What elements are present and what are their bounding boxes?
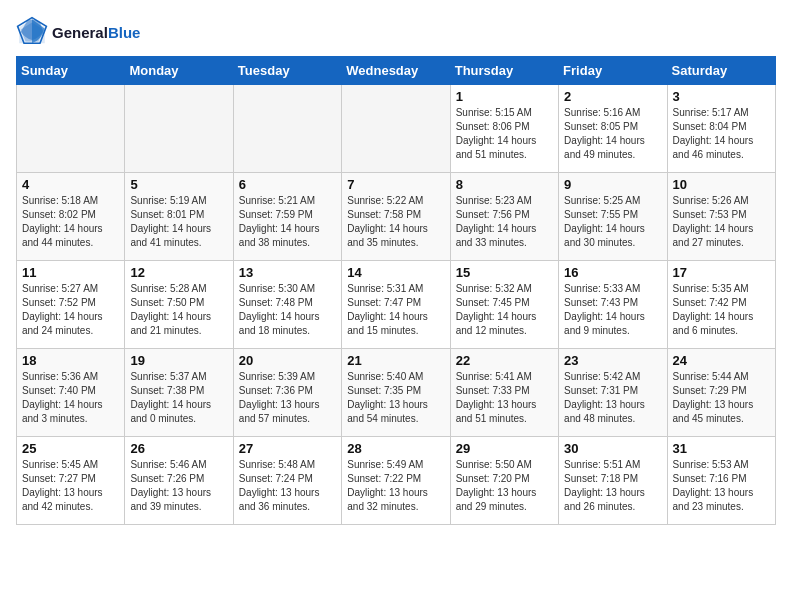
header-friday: Friday bbox=[559, 57, 667, 85]
day-info: Sunrise: 5:30 AM Sunset: 7:48 PM Dayligh… bbox=[239, 282, 336, 338]
day-number: 15 bbox=[456, 265, 553, 280]
day-info: Sunrise: 5:42 AM Sunset: 7:31 PM Dayligh… bbox=[564, 370, 661, 426]
day-number: 24 bbox=[673, 353, 770, 368]
header-saturday: Saturday bbox=[667, 57, 775, 85]
day-number: 3 bbox=[673, 89, 770, 104]
day-number: 29 bbox=[456, 441, 553, 456]
day-info: Sunrise: 5:49 AM Sunset: 7:22 PM Dayligh… bbox=[347, 458, 444, 514]
calendar-cell: 9Sunrise: 5:25 AM Sunset: 7:55 PM Daylig… bbox=[559, 173, 667, 261]
day-number: 13 bbox=[239, 265, 336, 280]
calendar-cell: 24Sunrise: 5:44 AM Sunset: 7:29 PM Dayli… bbox=[667, 349, 775, 437]
day-number: 19 bbox=[130, 353, 227, 368]
calendar-cell: 26Sunrise: 5:46 AM Sunset: 7:26 PM Dayli… bbox=[125, 437, 233, 525]
day-info: Sunrise: 5:27 AM Sunset: 7:52 PM Dayligh… bbox=[22, 282, 119, 338]
calendar-cell: 25Sunrise: 5:45 AM Sunset: 7:27 PM Dayli… bbox=[17, 437, 125, 525]
calendar-cell bbox=[233, 85, 341, 173]
page-header: GeneralBlue bbox=[16, 16, 776, 48]
calendar-cell: 14Sunrise: 5:31 AM Sunset: 7:47 PM Dayli… bbox=[342, 261, 450, 349]
calendar-cell: 28Sunrise: 5:49 AM Sunset: 7:22 PM Dayli… bbox=[342, 437, 450, 525]
day-number: 4 bbox=[22, 177, 119, 192]
day-number: 20 bbox=[239, 353, 336, 368]
calendar-cell: 17Sunrise: 5:35 AM Sunset: 7:42 PM Dayli… bbox=[667, 261, 775, 349]
day-number: 31 bbox=[673, 441, 770, 456]
day-number: 21 bbox=[347, 353, 444, 368]
day-info: Sunrise: 5:28 AM Sunset: 7:50 PM Dayligh… bbox=[130, 282, 227, 338]
calendar-cell: 7Sunrise: 5:22 AM Sunset: 7:58 PM Daylig… bbox=[342, 173, 450, 261]
calendar-cell: 4Sunrise: 5:18 AM Sunset: 8:02 PM Daylig… bbox=[17, 173, 125, 261]
calendar-week-row: 1Sunrise: 5:15 AM Sunset: 8:06 PM Daylig… bbox=[17, 85, 776, 173]
day-info: Sunrise: 5:44 AM Sunset: 7:29 PM Dayligh… bbox=[673, 370, 770, 426]
calendar-cell: 6Sunrise: 5:21 AM Sunset: 7:59 PM Daylig… bbox=[233, 173, 341, 261]
calendar-table: SundayMondayTuesdayWednesdayThursdayFrid… bbox=[16, 56, 776, 525]
calendar-cell: 20Sunrise: 5:39 AM Sunset: 7:36 PM Dayli… bbox=[233, 349, 341, 437]
calendar-cell bbox=[342, 85, 450, 173]
day-info: Sunrise: 5:39 AM Sunset: 7:36 PM Dayligh… bbox=[239, 370, 336, 426]
day-number: 2 bbox=[564, 89, 661, 104]
logo-text: GeneralBlue bbox=[52, 24, 140, 41]
day-info: Sunrise: 5:25 AM Sunset: 7:55 PM Dayligh… bbox=[564, 194, 661, 250]
logo-icon bbox=[16, 16, 48, 48]
calendar-cell: 19Sunrise: 5:37 AM Sunset: 7:38 PM Dayli… bbox=[125, 349, 233, 437]
day-number: 17 bbox=[673, 265, 770, 280]
calendar-cell: 15Sunrise: 5:32 AM Sunset: 7:45 PM Dayli… bbox=[450, 261, 558, 349]
calendar-cell: 27Sunrise: 5:48 AM Sunset: 7:24 PM Dayli… bbox=[233, 437, 341, 525]
day-info: Sunrise: 5:36 AM Sunset: 7:40 PM Dayligh… bbox=[22, 370, 119, 426]
calendar-cell: 21Sunrise: 5:40 AM Sunset: 7:35 PM Dayli… bbox=[342, 349, 450, 437]
day-number: 1 bbox=[456, 89, 553, 104]
calendar-cell: 31Sunrise: 5:53 AM Sunset: 7:16 PM Dayli… bbox=[667, 437, 775, 525]
calendar-week-row: 11Sunrise: 5:27 AM Sunset: 7:52 PM Dayli… bbox=[17, 261, 776, 349]
day-info: Sunrise: 5:33 AM Sunset: 7:43 PM Dayligh… bbox=[564, 282, 661, 338]
day-info: Sunrise: 5:18 AM Sunset: 8:02 PM Dayligh… bbox=[22, 194, 119, 250]
logo: GeneralBlue bbox=[16, 16, 140, 48]
day-info: Sunrise: 5:31 AM Sunset: 7:47 PM Dayligh… bbox=[347, 282, 444, 338]
calendar-cell: 10Sunrise: 5:26 AM Sunset: 7:53 PM Dayli… bbox=[667, 173, 775, 261]
day-info: Sunrise: 5:50 AM Sunset: 7:20 PM Dayligh… bbox=[456, 458, 553, 514]
day-number: 22 bbox=[456, 353, 553, 368]
day-info: Sunrise: 5:26 AM Sunset: 7:53 PM Dayligh… bbox=[673, 194, 770, 250]
header-monday: Monday bbox=[125, 57, 233, 85]
calendar-cell bbox=[17, 85, 125, 173]
calendar-cell: 5Sunrise: 5:19 AM Sunset: 8:01 PM Daylig… bbox=[125, 173, 233, 261]
day-number: 28 bbox=[347, 441, 444, 456]
day-info: Sunrise: 5:35 AM Sunset: 7:42 PM Dayligh… bbox=[673, 282, 770, 338]
calendar-cell: 13Sunrise: 5:30 AM Sunset: 7:48 PM Dayli… bbox=[233, 261, 341, 349]
calendar-cell: 12Sunrise: 5:28 AM Sunset: 7:50 PM Dayli… bbox=[125, 261, 233, 349]
calendar-week-row: 18Sunrise: 5:36 AM Sunset: 7:40 PM Dayli… bbox=[17, 349, 776, 437]
day-number: 25 bbox=[22, 441, 119, 456]
calendar-cell: 11Sunrise: 5:27 AM Sunset: 7:52 PM Dayli… bbox=[17, 261, 125, 349]
day-info: Sunrise: 5:15 AM Sunset: 8:06 PM Dayligh… bbox=[456, 106, 553, 162]
calendar-cell: 18Sunrise: 5:36 AM Sunset: 7:40 PM Dayli… bbox=[17, 349, 125, 437]
header-wednesday: Wednesday bbox=[342, 57, 450, 85]
day-info: Sunrise: 5:37 AM Sunset: 7:38 PM Dayligh… bbox=[130, 370, 227, 426]
calendar-cell: 29Sunrise: 5:50 AM Sunset: 7:20 PM Dayli… bbox=[450, 437, 558, 525]
calendar-cell: 23Sunrise: 5:42 AM Sunset: 7:31 PM Dayli… bbox=[559, 349, 667, 437]
day-info: Sunrise: 5:19 AM Sunset: 8:01 PM Dayligh… bbox=[130, 194, 227, 250]
header-thursday: Thursday bbox=[450, 57, 558, 85]
day-info: Sunrise: 5:51 AM Sunset: 7:18 PM Dayligh… bbox=[564, 458, 661, 514]
day-number: 6 bbox=[239, 177, 336, 192]
header-tuesday: Tuesday bbox=[233, 57, 341, 85]
day-number: 10 bbox=[673, 177, 770, 192]
calendar-cell: 22Sunrise: 5:41 AM Sunset: 7:33 PM Dayli… bbox=[450, 349, 558, 437]
day-info: Sunrise: 5:46 AM Sunset: 7:26 PM Dayligh… bbox=[130, 458, 227, 514]
day-number: 7 bbox=[347, 177, 444, 192]
calendar-cell: 30Sunrise: 5:51 AM Sunset: 7:18 PM Dayli… bbox=[559, 437, 667, 525]
calendar-week-row: 4Sunrise: 5:18 AM Sunset: 8:02 PM Daylig… bbox=[17, 173, 776, 261]
calendar-cell: 8Sunrise: 5:23 AM Sunset: 7:56 PM Daylig… bbox=[450, 173, 558, 261]
day-info: Sunrise: 5:40 AM Sunset: 7:35 PM Dayligh… bbox=[347, 370, 444, 426]
calendar-week-row: 25Sunrise: 5:45 AM Sunset: 7:27 PM Dayli… bbox=[17, 437, 776, 525]
day-info: Sunrise: 5:23 AM Sunset: 7:56 PM Dayligh… bbox=[456, 194, 553, 250]
day-info: Sunrise: 5:45 AM Sunset: 7:27 PM Dayligh… bbox=[22, 458, 119, 514]
day-info: Sunrise: 5:16 AM Sunset: 8:05 PM Dayligh… bbox=[564, 106, 661, 162]
day-info: Sunrise: 5:53 AM Sunset: 7:16 PM Dayligh… bbox=[673, 458, 770, 514]
day-number: 16 bbox=[564, 265, 661, 280]
day-number: 8 bbox=[456, 177, 553, 192]
day-info: Sunrise: 5:22 AM Sunset: 7:58 PM Dayligh… bbox=[347, 194, 444, 250]
day-number: 9 bbox=[564, 177, 661, 192]
calendar-cell: 3Sunrise: 5:17 AM Sunset: 8:04 PM Daylig… bbox=[667, 85, 775, 173]
calendar-cell: 1Sunrise: 5:15 AM Sunset: 8:06 PM Daylig… bbox=[450, 85, 558, 173]
day-number: 27 bbox=[239, 441, 336, 456]
calendar-cell: 2Sunrise: 5:16 AM Sunset: 8:05 PM Daylig… bbox=[559, 85, 667, 173]
calendar-header-row: SundayMondayTuesdayWednesdayThursdayFrid… bbox=[17, 57, 776, 85]
day-number: 26 bbox=[130, 441, 227, 456]
